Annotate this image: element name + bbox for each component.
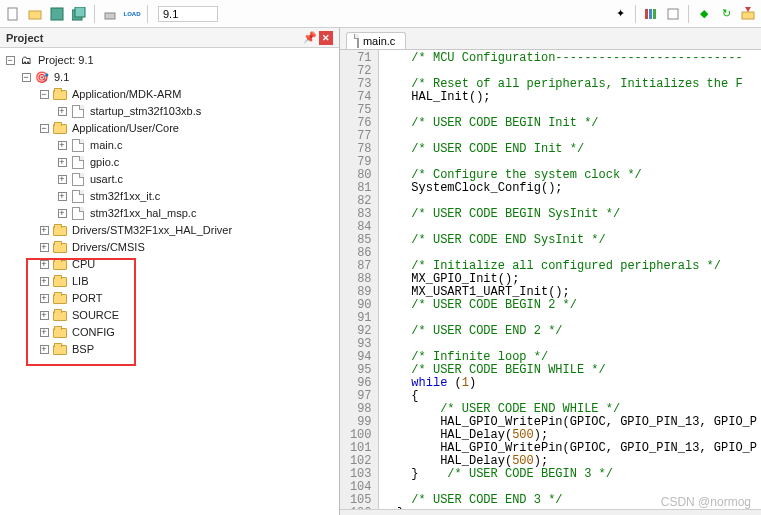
expand-icon[interactable]: + — [56, 188, 68, 205]
expand-icon[interactable]: − — [4, 52, 16, 69]
file-icon — [70, 190, 86, 204]
debug-icon[interactable]: ◆ — [695, 5, 713, 23]
highlight-box — [26, 258, 136, 366]
source-text[interactable]: /* MCU Configuration--------------------… — [379, 50, 761, 509]
target-icon: 🎯 — [34, 71, 50, 85]
toolbar-separator — [147, 5, 148, 23]
tab-label: main.c — [363, 35, 395, 47]
editor-panel: main.c 71 72 73 74 75 76 77 78 79 80 81 … — [340, 28, 761, 515]
books-icon[interactable] — [642, 5, 660, 23]
project-tree[interactable]: −🗂Project: 9.1 −🎯9.1 −Application/MDK-AR… — [0, 48, 339, 515]
panel-title: Project — [6, 32, 43, 44]
svg-rect-9 — [668, 9, 678, 19]
expand-icon[interactable]: + — [56, 171, 68, 188]
svg-rect-1 — [29, 11, 41, 19]
editor-tabbar: main.c — [340, 28, 761, 50]
file-icon — [70, 139, 86, 153]
target-combo[interactable] — [158, 6, 218, 22]
folder-usercore[interactable]: Application/User/Core — [70, 120, 179, 137]
svg-rect-2 — [51, 8, 63, 20]
code-editor[interactable]: 71 72 73 74 75 76 77 78 79 80 81 82 83 8… — [340, 50, 761, 509]
svg-rect-7 — [649, 9, 652, 19]
folder-haldrv[interactable]: Drivers/STM32F1xx_HAL_Driver — [70, 222, 232, 239]
folder-icon — [52, 88, 68, 102]
file-startup[interactable]: startup_stm32f103xb.s — [88, 103, 201, 120]
file-icon — [70, 173, 86, 187]
main-toolbar: LOAD ✦ ◆ ↻ — [0, 0, 761, 28]
toolbar-separator — [688, 5, 689, 23]
expand-icon[interactable]: + — [56, 154, 68, 171]
svg-rect-10 — [742, 12, 754, 19]
file-msp[interactable]: stm32f1xx_hal_msp.c — [88, 205, 196, 222]
expand-icon[interactable]: − — [38, 86, 50, 103]
toolbar-separator — [635, 5, 636, 23]
expand-icon[interactable]: − — [20, 69, 32, 86]
file-gpio[interactable]: gpio.c — [88, 154, 119, 171]
folder-mdk[interactable]: Application/MDK-ARM — [70, 86, 181, 103]
save-icon[interactable] — [48, 5, 66, 23]
folder-cmsis[interactable]: Drivers/CMSIS — [70, 239, 145, 256]
file-icon — [357, 35, 359, 47]
folder-icon — [52, 224, 68, 238]
folder-icon — [52, 241, 68, 255]
expand-icon[interactable]: + — [56, 137, 68, 154]
svg-marker-11 — [745, 7, 751, 12]
expand-icon[interactable]: + — [38, 222, 50, 239]
svg-rect-6 — [645, 9, 648, 19]
file-main[interactable]: main.c — [88, 137, 122, 154]
manage-icon[interactable] — [664, 5, 682, 23]
svg-rect-4 — [75, 7, 85, 17]
svg-rect-0 — [8, 8, 17, 20]
folder-icon — [52, 122, 68, 136]
pin-icon[interactable]: 📌 — [303, 31, 317, 45]
run-icon[interactable]: ↻ — [717, 5, 735, 23]
file-it[interactable]: stm32f1xx_it.c — [88, 188, 160, 205]
panel-header: Project 📌 ✕ — [0, 28, 339, 48]
expand-icon[interactable]: + — [56, 103, 68, 120]
project-panel: Project 📌 ✕ −🗂Project: 9.1 −🎯9.1 −Applic… — [0, 28, 340, 515]
open-icon[interactable] — [26, 5, 44, 23]
file-icon — [70, 156, 86, 170]
project-icon: 🗂 — [18, 54, 34, 68]
status-strip — [340, 509, 761, 515]
svg-rect-8 — [653, 9, 656, 19]
new-file-icon[interactable] — [4, 5, 22, 23]
close-icon[interactable]: ✕ — [319, 31, 333, 45]
file-icon — [70, 207, 86, 221]
build-icon[interactable] — [101, 5, 119, 23]
expand-icon[interactable]: + — [38, 239, 50, 256]
toolbar-separator — [94, 5, 95, 23]
svg-rect-5 — [105, 13, 115, 19]
wand-icon[interactable]: ✦ — [611, 5, 629, 23]
tab-main-c[interactable]: main.c — [346, 32, 406, 49]
stop-icon[interactable] — [739, 5, 757, 23]
save-all-icon[interactable] — [70, 5, 88, 23]
line-gutter: 71 72 73 74 75 76 77 78 79 80 81 82 83 8… — [340, 50, 379, 509]
expand-icon[interactable]: − — [38, 120, 50, 137]
load-icon[interactable]: LOAD — [123, 5, 141, 23]
expand-icon[interactable]: + — [56, 205, 68, 222]
file-usart[interactable]: usart.c — [88, 171, 123, 188]
tree-target[interactable]: 9.1 — [52, 69, 69, 86]
file-icon — [70, 105, 86, 119]
tree-root[interactable]: Project: 9.1 — [36, 52, 94, 69]
